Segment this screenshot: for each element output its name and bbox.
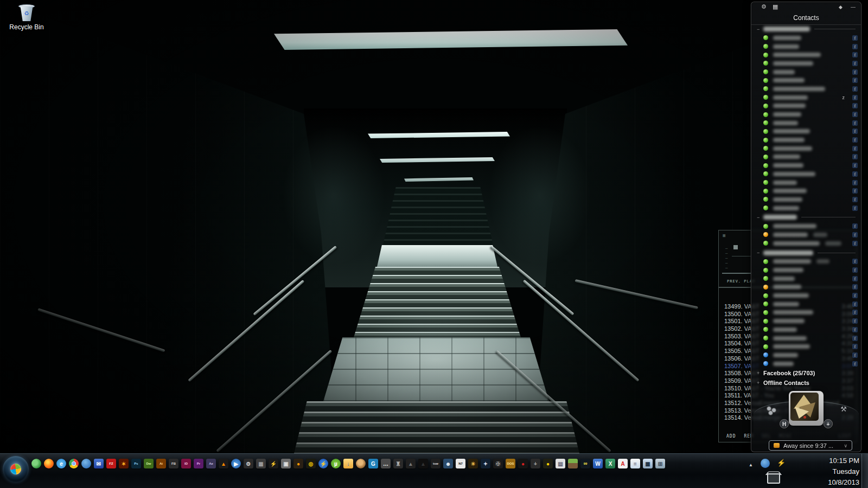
contact-row[interactable]: f: [751, 204, 861, 213]
contact-row[interactable]: f: [751, 68, 861, 76]
contact-row[interactable]: f: [751, 258, 861, 266]
daemon-tools-icon[interactable]: ▦: [256, 459, 266, 468]
internet-explorer-icon[interactable]: e: [56, 459, 66, 468]
home-button[interactable]: H: [780, 419, 789, 428]
avatar[interactable]: [789, 391, 824, 426]
pokemon-game-icon[interactable]: ●: [543, 459, 553, 468]
contact-row[interactable]: f: [751, 342, 861, 351]
pidgin-icon[interactable]: [31, 459, 41, 468]
contact-row[interactable]: f: [751, 161, 861, 170]
contact-row[interactable]: f: [751, 266, 861, 274]
expander-icon[interactable]: +: [757, 380, 763, 386]
windows-mail-icon[interactable]: ✉: [94, 459, 104, 468]
word-icon[interactable]: W: [593, 459, 603, 468]
contact-row[interactable]: f: [751, 170, 861, 178]
playlist-add-button[interactable]: ADD: [726, 434, 736, 439]
contact-row[interactable]: f: [751, 102, 861, 111]
dark-spike-game-icon[interactable]: ▲: [418, 459, 428, 468]
gear-icon[interactable]: ⚙: [761, 3, 767, 10]
notepad-icon[interactable]: ≡: [630, 459, 640, 468]
contact-row[interactable]: f: [751, 274, 861, 283]
group-header[interactable]: +Facebook (25/703): [751, 368, 861, 377]
recycle-bin[interactable]: ♻ Recycle Bin: [5, 4, 48, 31]
status-selector[interactable]: Away since 9:37 ... ∨: [769, 440, 852, 451]
star-trek-online-icon[interactable]: ✦: [481, 459, 490, 468]
ornate-emblem-game-icon[interactable]: ✠: [493, 459, 503, 468]
masked-face-game-icon[interactable]: ☻: [443, 459, 453, 468]
taskbar-clock[interactable]: 10:15 PM Tuesday 10/8/2013: [828, 455, 859, 488]
layout-grid-icon[interactable]: ▦: [773, 3, 778, 10]
contact-row[interactable]: f: [751, 309, 861, 317]
system-tool-icon[interactable]: ⊞: [655, 459, 665, 468]
contact-row[interactable]: f: [751, 50, 861, 59]
contact-row[interactable]: f: [751, 127, 861, 136]
dosbox-icon[interactable]: DOS: [506, 459, 515, 468]
contact-row[interactable]: f: [751, 195, 861, 204]
red-ball-game-icon[interactable]: ●: [518, 459, 528, 468]
minecraft-icon[interactable]: [568, 459, 578, 468]
start-button[interactable]: [3, 456, 29, 482]
contact-row[interactable]: f: [751, 187, 861, 195]
contact-row[interactable]: f: [751, 42, 861, 51]
text-file-app-icon[interactable]: ▤: [556, 459, 565, 468]
contact-row[interactable]: f: [751, 136, 861, 144]
contact-row[interactable]: f: [751, 144, 861, 153]
chrome-icon[interactable]: [69, 459, 79, 468]
status-diamond-icon[interactable]: ◆: [839, 4, 843, 10]
contact-row[interactable]: f: [751, 239, 861, 248]
show-desktop-button[interactable]: [861, 454, 868, 488]
excel-icon[interactable]: X: [605, 459, 615, 468]
winamp-seek-slider[interactable]: [722, 273, 751, 274]
winamp-tray-icon[interactable]: ⚡: [777, 459, 786, 467]
gamepad-app-icon[interactable]: +: [531, 459, 540, 468]
buddies-icon[interactable]: [767, 406, 778, 415]
group-header[interactable]: +Offline Contacts: [751, 378, 861, 387]
settings-gear-icon[interactable]: ⚙: [244, 459, 253, 468]
castle-game-icon[interactable]: ♜: [393, 459, 403, 468]
contact-row[interactable]: f: [751, 34, 861, 42]
archive-app-icon[interactable]: ▣: [281, 459, 291, 468]
contact-row[interactable]: zf: [751, 93, 861, 102]
g-app-icon[interactable]: G: [368, 459, 378, 468]
tsw-game-icon[interactable]: tsw: [431, 459, 441, 468]
contact-row[interactable]: f: [751, 119, 861, 127]
media-player-icon[interactable]: ▶: [231, 459, 241, 468]
contact-row[interactable]: f: [751, 317, 861, 325]
bearshare-icon[interactable]: [356, 459, 366, 468]
contact-row[interactable]: f: [751, 325, 861, 334]
contact-row[interactable]: f: [751, 291, 861, 300]
contact-row[interactable]: f: [751, 178, 861, 187]
dreamweaver-icon[interactable]: Dw: [144, 459, 154, 468]
after-effects-icon[interactable]: Ae: [206, 459, 216, 468]
contact-row[interactable]: f: [751, 351, 861, 359]
photoshop-icon[interactable]: Ps: [131, 459, 141, 468]
premiere-icon[interactable]: Pr: [194, 459, 203, 468]
desktop-tray-icon[interactable]: [767, 473, 780, 484]
lcd-99-app-icon[interactable]: 99: [580, 459, 590, 468]
orange-ball-app-icon[interactable]: ●: [293, 459, 303, 468]
calculator-icon[interactable]: ▦: [643, 459, 653, 468]
contact-row[interactable]: f: [751, 153, 861, 162]
contact-row[interactable]: f: [751, 76, 861, 85]
contact-row[interactable]: f: [751, 59, 861, 68]
arrow-game-icon[interactable]: ▲: [406, 459, 416, 468]
vlc-icon[interactable]: ▲: [219, 459, 228, 468]
adobe-reader-icon[interactable]: A: [618, 459, 628, 468]
filezilla-icon[interactable]: FZ: [106, 459, 116, 468]
contact-row[interactable]: f: [751, 300, 861, 309]
show-hidden-icons-button[interactable]: ▲: [749, 463, 753, 467]
contact-row[interactable]: f: [751, 334, 861, 343]
minimize-button[interactable]: —: [851, 4, 856, 10]
add-contact-button[interactable]: +: [824, 419, 833, 428]
expander-icon[interactable]: −: [757, 250, 763, 255]
tools-wrench-icon[interactable]: ⚒: [840, 405, 847, 413]
contact-row[interactable]: f: [751, 283, 861, 292]
disc-burner-icon[interactable]: ◎: [306, 459, 316, 468]
expander-icon[interactable]: −: [757, 27, 763, 32]
contact-row[interactable]: f: [751, 110, 861, 119]
contact-row[interactable]: f: [751, 222, 861, 230]
chat-bubbles-app-icon[interactable]: …: [381, 459, 391, 468]
winamp-icon[interactable]: ⚡: [269, 459, 278, 468]
group-header-blurred[interactable]: −: [751, 248, 861, 258]
swtor-game-icon[interactable]: ☀: [468, 459, 478, 468]
